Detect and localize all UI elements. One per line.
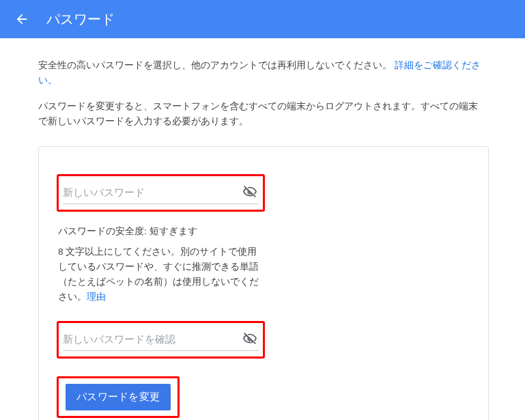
change-password-button[interactable]: パスワードを変更: [66, 384, 171, 410]
content-area: 安全性の高いパスワードを選択し、他のアカウントでは再利用しないでください。 詳細…: [0, 38, 525, 420]
hint-reason-link[interactable]: 理由: [87, 292, 106, 302]
new-password-field: [63, 182, 259, 204]
intro-paragraph-1: 安全性の高いパスワードを選択し、他のアカウントでは再利用しないでください。 詳細…: [38, 57, 487, 87]
intro-paragraph-2: パスワードを変更すると、スマートフォンを含むすべての端末からログアウトされます。…: [38, 98, 487, 128]
confirm-password-input[interactable]: [63, 333, 242, 345]
new-password-field-highlight: [57, 174, 265, 212]
confirm-password-field-highlight: [57, 321, 265, 359]
password-strength-label: パスワードの安全度: 短すぎます: [58, 225, 264, 238]
password-hints: パスワードの安全度: 短すぎます 8 文字以上にしてください。別のサイトで使用し…: [57, 225, 265, 305]
password-hint-text: 8 文字以上にしてください。別のサイトで使用しているパスワードや、すぐに推測でき…: [58, 244, 264, 305]
back-arrow-icon[interactable]: [14, 11, 30, 27]
submit-button-highlight: パスワードを変更: [57, 376, 180, 418]
password-form-card: パスワードの安全度: 短すぎます 8 文字以上にしてください。別のサイトで使用し…: [38, 146, 489, 420]
intro-text-1: 安全性の高いパスワードを選択し、他のアカウントでは再利用しないでください。: [38, 59, 392, 70]
confirm-password-field: [63, 328, 259, 351]
app-bar: パスワード: [0, 0, 525, 38]
strength-label-text: パスワードの安全度:: [58, 226, 147, 236]
visibility-off-icon[interactable]: [242, 331, 257, 346]
page-title: パスワード: [46, 10, 115, 29]
new-password-input[interactable]: [63, 186, 242, 198]
strength-value: 短すぎます: [150, 226, 197, 236]
visibility-off-icon[interactable]: [242, 184, 257, 199]
